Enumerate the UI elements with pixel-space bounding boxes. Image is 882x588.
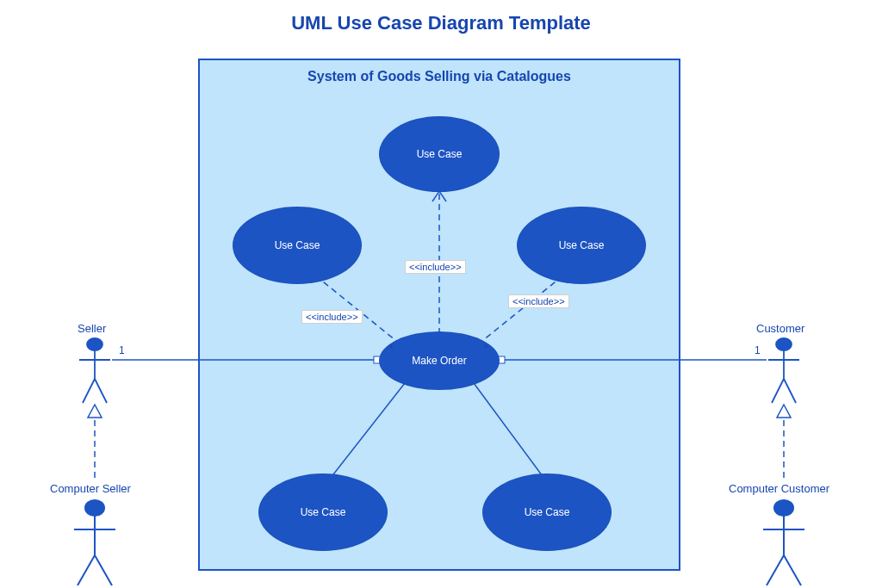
actor-seller-icon	[79, 338, 110, 403]
usecase-label: Make Order	[412, 355, 466, 367]
usecase-make-order: Make Order	[379, 331, 500, 390]
diagram-title: UML Use Case Diagram Template	[0, 12, 882, 34]
arrow-icon	[777, 405, 791, 418]
usecase-label: Use Case	[301, 506, 346, 518]
include-label-left: <<include>>	[301, 310, 363, 324]
usecase-label: Use Case	[525, 506, 570, 518]
usecase-top: Use Case	[379, 116, 500, 192]
arrow-icon	[88, 405, 102, 418]
multiplicity-customer: 1	[755, 344, 761, 356]
actor-computer-customer-label: Computer Customer	[729, 482, 829, 495]
multiplicity-seller: 1	[119, 344, 125, 356]
usecase-right: Use Case	[517, 207, 646, 284]
system-title: System of Goods Selling via Catalogues	[200, 60, 679, 84]
usecase-bottom-left: Use Case	[258, 473, 388, 551]
svg-line-4	[95, 379, 107, 403]
svg-line-13	[772, 379, 784, 403]
actor-customer-label: Customer	[756, 322, 804, 335]
actor-computer-seller-icon	[74, 500, 115, 585]
svg-line-19	[784, 555, 801, 585]
actor-computer-customer-icon	[763, 500, 804, 585]
actor-seller-label: Seller	[78, 322, 106, 335]
actor-customer-icon	[768, 338, 799, 403]
usecase-left: Use Case	[233, 207, 362, 284]
multiplicity-center-right: *	[484, 343, 488, 355]
diagram-stage: UML Use Case Diagram Template System of …	[0, 0, 882, 588]
actor-computer-seller-label: Computer Seller	[50, 482, 131, 495]
svg-line-18	[767, 555, 784, 585]
usecase-label: Use Case	[275, 239, 320, 251]
svg-point-0	[87, 338, 102, 350]
svg-line-3	[83, 379, 95, 403]
svg-point-10	[776, 338, 792, 350]
multiplicity-center-left: *	[389, 343, 394, 355]
svg-line-8	[78, 555, 95, 585]
include-label-top: <<include>>	[405, 260, 466, 274]
include-label-right: <<include>>	[508, 294, 569, 308]
usecase-label: Use Case	[559, 239, 605, 251]
usecase-bottom-right: Use Case	[482, 473, 612, 551]
svg-point-5	[85, 500, 104, 516]
usecase-label: Use Case	[417, 148, 463, 160]
svg-line-9	[95, 555, 112, 585]
svg-point-15	[774, 500, 793, 516]
svg-line-14	[784, 379, 796, 403]
